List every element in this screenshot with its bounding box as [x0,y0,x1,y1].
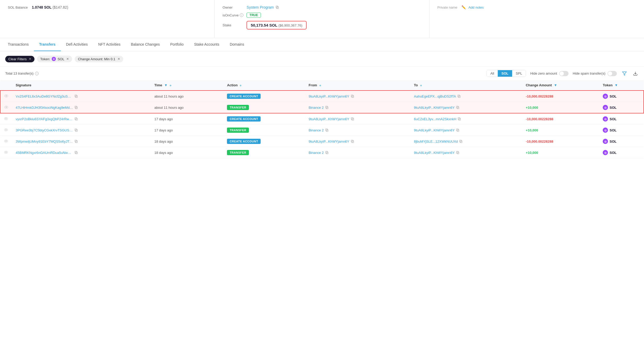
copy-icon[interactable] [74,128,78,132]
tab-stake[interactable]: Stake Accounts [189,38,225,51]
tab-transactions[interactable]: Transactions [3,38,34,51]
from-address[interactable]: Binance 2 [309,151,324,155]
signature-link[interactable]: 47LHiHmkDJH3f34sociNgKag9eMdZjCwwVj3wgS.… [16,106,73,110]
total-transfers: Total 13 transfer(s) i [5,71,39,75]
owner-value[interactable]: System Program [247,5,279,9]
time-cell: 18 days ago [151,147,223,158]
tab-balance[interactable]: Balance Changes [126,38,165,51]
signature-link[interactable]: vyxrP2oBkiu6SYAFg3xgQbP24rRwPk3PoKgqQrjt… [16,117,73,121]
stake-value: 50,173.54 SOL ($6,900,367.76) [247,21,306,29]
from-address[interactable]: 9tuA8LkyiP...KhWYjamn6Y [309,94,349,98]
copy-icon[interactable] [456,106,460,109]
time-value: 17 days ago [154,128,173,132]
from-cell: 9tuA8LkyiP...KhWYjamn6Y [305,113,410,125]
change-amount-x[interactable]: ✕ [118,57,120,61]
eye-icon[interactable] [4,117,8,121]
from-address[interactable]: Binance 2 [309,106,324,110]
copy-icon[interactable] [74,117,78,121]
eye-icon[interactable] [4,106,8,110]
to-address[interactable]: 9tuA8LkyiP...KhWYjamn6Y [414,128,455,132]
right-card: Private name ✏️ Add notes [430,0,644,38]
tab-nft[interactable]: NFT Activities [93,38,126,51]
action-filter-icon[interactable]: ⬦ [239,83,242,87]
download-icon [633,71,638,76]
copy-icon[interactable] [456,151,460,154]
copy-icon[interactable] [74,140,78,143]
svg-point-13 [6,106,7,107]
svg-rect-39 [75,140,77,142]
change-amount-filter-chip[interactable]: Change Amount: Min 0.1 ✕ [75,56,123,62]
svg-rect-10 [458,95,460,98]
hide-zero-toggle[interactable] [559,71,569,76]
tab-domains[interactable]: Domains [225,38,249,51]
from-address[interactable]: Binance 2 [309,128,324,132]
from-filter-icon[interactable]: ⬦ [319,83,321,87]
spl-btn[interactable]: SPL [512,70,526,77]
action-cell: TRANSFER [223,125,305,136]
to-address[interactable]: 9tuA8LkyiP...KhWYjamn6Y [414,106,455,110]
eye-icon[interactable] [4,128,8,132]
col-eye [0,80,12,90]
total-info-icon: i [35,72,39,75]
from-cell: Binance 2 [305,125,410,136]
to-address[interactable]: 9tuA8LkyiP...KhWYjamn6Y [414,151,455,155]
to-filter-icon[interactable]: ⬦ [420,83,422,87]
copy-icon[interactable] [459,140,463,143]
signature-link[interactable]: Vx2S4FEL6x3AuDe8GYNcfZg3uSU3i6G1yCzWm5d.… [16,94,73,98]
sol-icon: ◎ [603,105,608,110]
from-address[interactable]: 9tuA8LkyiP...KhWYjamn6Y [309,117,349,121]
clear-filters-x[interactable]: ✕ [29,57,31,61]
clear-filters-chip[interactable]: Clear Filters ✕ [5,56,34,62]
copy-icon[interactable] [457,94,461,98]
tab-defi[interactable]: Defi Activities [61,38,93,51]
svg-rect-32 [326,129,328,131]
eye-icon[interactable] [4,140,8,143]
copy-icon[interactable] [351,94,354,98]
copy-icon[interactable] [351,117,354,121]
sol-btn[interactable]: SOL [498,70,512,77]
copy-icon[interactable] [351,140,354,143]
copy-icon[interactable] [458,117,461,121]
svg-rect-38 [75,141,77,143]
eye-cell [0,147,12,158]
change-amount-cell: +10,000 [522,147,599,158]
add-notes-button[interactable]: ✏️ Add notes [461,5,484,9]
signature-link[interactable]: 45BMRKNgxr6nGAUmRDua5uNwGqGytgyfqLndx... [16,151,73,155]
from-address[interactable]: 9tuA8LkyiP...KhWYjamn6Y [309,140,349,143]
svg-rect-33 [325,129,327,131]
to-address[interactable]: AahuEgeEPX...qjBuDS2fTA [414,94,456,98]
copy-icon[interactable] [74,94,78,98]
time-filter-icon[interactable]: ⬦ [169,83,172,87]
change-amount-value: -10,000.00228288 [526,94,553,98]
signature-link[interactable]: 3PGRee3bj7C5btyCGxkXrvTSGUSP9fNJa6aviiUG… [16,128,73,132]
tab-transfers[interactable]: Transfers [34,38,61,51]
tab-portfolio[interactable]: Portfolio [165,38,189,51]
signature-link[interactable]: 3WpmwtjUMoy91EbY7MQS5o6yJTA26gnQKsS7V... [16,140,73,143]
token-filter-x[interactable]: ✕ [66,57,69,61]
time-sort-icon[interactable]: ▼ [164,83,168,87]
eye-icon[interactable] [4,151,8,155]
filter-icon-btn[interactable] [621,70,628,77]
copy-icon[interactable] [74,151,78,154]
copy-icon[interactable] [74,106,78,109]
eye-icon[interactable] [4,94,8,98]
private-name-label: Private name [437,5,458,9]
copy-icon[interactable] [325,128,329,132]
sol-icon: ◎ [603,139,608,144]
token-filter-icon[interactable]: ▼ [614,83,618,87]
copy-icon[interactable] [456,128,460,132]
download-icon-btn[interactable] [632,70,639,77]
change-amount-value: -10,000.00228288 [526,117,553,121]
amount-filter-icon[interactable]: ▼ [554,83,557,87]
svg-rect-26 [459,118,461,120]
copy-icon[interactable] [325,106,329,109]
copy-icon[interactable] [325,151,329,154]
token-filter-chip[interactable]: Token: ◎ SOL ✕ [37,56,72,62]
svg-rect-1 [276,6,278,8]
all-btn[interactable]: All [487,70,498,77]
to-address[interactable]: 6uC2xEL3yv...mnA2SkxnkH [414,117,456,121]
hide-spam-toggle[interactable] [607,71,617,76]
to-address[interactable]: 8jbuMYjSLE...12XWkNUUXd [414,140,458,143]
eye-cell [0,102,12,113]
copy-icon[interactable] [276,5,279,9]
